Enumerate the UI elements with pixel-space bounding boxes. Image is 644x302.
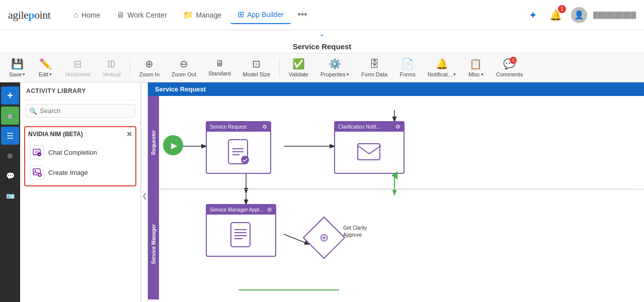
model-size-icon: ⊡ bbox=[252, 58, 261, 70]
ai-icon-btn[interactable]: ⊛ bbox=[1, 147, 19, 165]
work-center-label: Work Center bbox=[127, 11, 167, 19]
id-badge-icon-btn[interactable]: 🪪 bbox=[1, 187, 19, 205]
model-size-button[interactable]: ⊡ Model Size bbox=[238, 55, 275, 80]
activity-search-container: 🔍 bbox=[20, 100, 140, 122]
sidebar-icons: + 🤖 ☰ ⊛ 💬 🪪 bbox=[0, 82, 20, 302]
edit-arrow: ▾ bbox=[49, 72, 52, 77]
save-icon: 💾 bbox=[11, 58, 24, 70]
comments-label: Comments bbox=[496, 71, 523, 77]
standard-label: Standard bbox=[208, 70, 231, 76]
service-manager-appr-node[interactable]: Service Manager Appr... ⚙ bbox=[206, 204, 276, 257]
search-wrap: 🔍 bbox=[25, 104, 135, 118]
get-clarity-diamond[interactable]: ⊛ bbox=[303, 217, 346, 259]
add-icon-btn[interactable]: + bbox=[1, 86, 19, 105]
nav-item-manage[interactable]: 📁 Manage bbox=[176, 6, 229, 24]
properties-arrow: ▾ bbox=[347, 72, 349, 77]
list-icon-btn[interactable]: ☰ bbox=[1, 127, 19, 145]
nav-right: ✦ 🔔 1 👤 ██████████ bbox=[526, 6, 636, 24]
service-request-node-body bbox=[207, 132, 270, 173]
svg-point-3 bbox=[35, 170, 36, 172]
service-request-node-header: Service Request ⚙ bbox=[207, 122, 270, 132]
zoom-out-label: Zoom Out bbox=[172, 71, 196, 77]
nvidia-nim-panel: NVIDIA NIM (BETA) ✕ Chat Completion bbox=[24, 126, 136, 186]
service-request-gear-icon[interactable]: ⚙ bbox=[262, 124, 267, 130]
get-clarity-text: Get ClarityApprove bbox=[343, 225, 367, 238]
svg-point-16 bbox=[241, 156, 249, 164]
nav-item-app-builder[interactable]: ⊞ App Builder bbox=[230, 6, 290, 24]
logo-text: agilepoint bbox=[8, 9, 50, 22]
notifications-button[interactable]: 🔔 1 bbox=[546, 6, 565, 24]
service-manager-appr-label: Service Manager Appr... bbox=[210, 207, 264, 213]
misc-icon: 📋 bbox=[469, 58, 482, 70]
chat-icon-btn[interactable]: 🤖 bbox=[1, 107, 19, 125]
lane-divider bbox=[159, 189, 644, 189]
play-icon: ▶ bbox=[171, 141, 177, 150]
service-manager-appr-gear-icon[interactable]: ⚙ bbox=[267, 207, 272, 213]
panel-collapse-arrow[interactable]: ❮ bbox=[141, 82, 148, 302]
edit-icon: ✏️ bbox=[39, 58, 52, 70]
nvidia-close-button[interactable]: ✕ bbox=[126, 130, 132, 138]
validate-label: Validate bbox=[289, 71, 308, 77]
form-data-button[interactable]: 🗄 Form Data bbox=[356, 55, 392, 80]
save-button[interactable]: 💾 Save ▾ bbox=[4, 55, 30, 80]
save-arrow: ▾ bbox=[23, 72, 25, 77]
grid-icon: ⊞ bbox=[237, 10, 244, 19]
horizontal-icon: ⊟ bbox=[73, 58, 82, 70]
chat-completion-icon bbox=[30, 145, 44, 159]
validate-button[interactable]: ✅ Validate bbox=[284, 55, 313, 80]
title-bar: ⌃ Service Request bbox=[0, 30, 644, 53]
nav-item-work-center[interactable]: 🖥 Work Center bbox=[109, 7, 174, 24]
app-builder-label: App Builder bbox=[247, 11, 283, 19]
create-image-icon bbox=[30, 165, 44, 179]
vertical-button[interactable]: ⊟ Vertical bbox=[98, 55, 126, 80]
create-image-item[interactable]: Create Image bbox=[28, 162, 132, 182]
search-input[interactable] bbox=[25, 104, 135, 118]
user-name: ██████████ bbox=[593, 12, 636, 19]
properties-label: Properties bbox=[320, 71, 346, 77]
chat-completion-label: Chat Completion bbox=[48, 149, 97, 156]
chat-completion-item[interactable]: Chat Completion bbox=[28, 142, 132, 162]
user-avatar[interactable]: 👤 bbox=[571, 7, 587, 23]
start-node[interactable]: ▶ bbox=[163, 135, 183, 155]
page-title: Service Request bbox=[0, 42, 644, 51]
service-request-node-label: Service Request bbox=[210, 124, 247, 130]
comments-button[interactable]: 💬 0 Comments bbox=[491, 55, 528, 80]
notifications-toolbar-button[interactable]: 🔔 Notificat... ▾ bbox=[423, 55, 461, 80]
zoom-in-button[interactable]: ⊕ Zoom In bbox=[134, 55, 165, 80]
clarification-notif-gear-icon[interactable]: ⚙ bbox=[395, 124, 400, 130]
nav-item-home[interactable]: ⌂ Home bbox=[66, 7, 107, 24]
messages-icon-btn[interactable]: 💬 bbox=[1, 167, 19, 185]
svg-point-1 bbox=[37, 152, 41, 156]
service-request-node[interactable]: Service Request ⚙ bbox=[206, 121, 271, 174]
bottom-green-line bbox=[238, 289, 339, 290]
form-data-icon: 🗄 bbox=[369, 58, 379, 70]
main-area: + 🤖 ☰ ⊛ 💬 🪪 ACTIVITY LIBRARY 🔍 NVIDIA NI… bbox=[0, 82, 644, 302]
community-button[interactable]: ✦ bbox=[526, 6, 540, 24]
toolbar: 💾 Save ▾ ✏️ Edit ▾ ⊟ Horizontal ⊟ Vertic… bbox=[0, 53, 644, 82]
nav-more-button[interactable]: ••• bbox=[293, 6, 312, 24]
service-manager-appr-header: Service Manager Appr... ⚙ bbox=[207, 205, 275, 215]
edit-button[interactable]: ✏️ Edit ▾ bbox=[32, 55, 58, 80]
clarification-notif-header: Clarification Notif... ⚙ bbox=[335, 122, 404, 132]
activity-panel: ACTIVITY LIBRARY 🔍 NVIDIA NIM (BETA) ✕ bbox=[20, 82, 141, 302]
get-clarity-label: Get ClarityApprove bbox=[343, 225, 367, 239]
misc-button[interactable]: 📋 Misc ▾ bbox=[463, 55, 489, 80]
zoom-out-button[interactable]: ⊖ Zoom Out bbox=[167, 55, 201, 80]
create-image-label: Create Image bbox=[48, 169, 88, 176]
properties-button[interactable]: ⚙️ Properties ▾ bbox=[315, 55, 354, 80]
vertical-label: Vertical bbox=[103, 71, 121, 77]
clarification-notif-node[interactable]: Clarification Notif... ⚙ bbox=[334, 121, 405, 174]
collapse-button[interactable]: ⌃ bbox=[0, 33, 644, 41]
service-manager-appr-body bbox=[207, 215, 275, 256]
service-manager-label-text: Service Manager bbox=[151, 224, 156, 264]
comments-icon: 💬 0 bbox=[503, 58, 516, 70]
validate-icon: ✅ bbox=[292, 58, 305, 70]
canvas-content[interactable]: Requester Service Manager ▶ Service Requ… bbox=[148, 96, 644, 302]
forms-icon: 📄 bbox=[401, 58, 414, 70]
standard-button[interactable]: 🖥 Standard bbox=[203, 56, 236, 79]
horizontal-button[interactable]: ⊟ Horizontal bbox=[60, 55, 96, 80]
notifications-toolbar-label: Notificat... bbox=[428, 71, 452, 77]
notifications-arrow: ▾ bbox=[453, 72, 456, 77]
forms-button[interactable]: 📄 Forms bbox=[394, 55, 421, 80]
forms-label: Forms bbox=[399, 71, 415, 77]
